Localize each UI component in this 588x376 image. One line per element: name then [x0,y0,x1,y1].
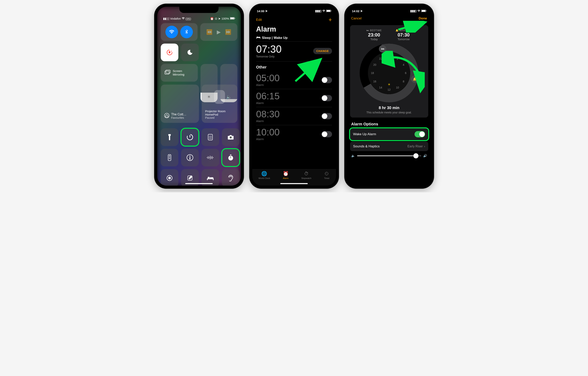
timer-button[interactable] [181,128,199,146]
wifi-toggle[interactable] [165,26,178,38]
svg-rect-40 [213,178,214,180]
location-icon: ➤ [218,17,221,20]
sleep-wake-subtitle: Tomorrow Only [256,55,282,58]
change-button[interactable]: CHANGE [313,48,332,54]
tab-world-clock[interactable]: 🌐World Clock [259,171,270,179]
hearing-button[interactable] [222,169,240,186]
calculator-button[interactable] [201,128,219,146]
svg-rect-4 [169,52,170,53]
home-scene-title: The Cott… [171,113,186,116]
rotation-lock-toggle[interactable] [161,44,178,61]
media-controls[interactable]: ⏪ ▶ ⏩ [200,23,237,41]
bedtime-value: 23:00 [366,32,382,38]
alarm-row[interactable]: 05:00Alarm [252,71,336,89]
alarm-icon: ⏰ [283,171,289,177]
battery-icon [421,10,426,13]
nav-bar: Cancel Done [347,15,431,22]
volume-slider[interactable] [357,155,421,156]
accessibility-button[interactable] [181,149,199,166]
home-scene-tile[interactable]: The Cott… Favourites [161,85,199,123]
signal-icon: ▮▮▯▯ [163,17,169,20]
svg-point-21 [169,155,170,157]
location-icon: ➤ [360,9,363,13]
timer-icon: ⏲ [324,171,329,177]
battery-label: 100% [221,17,229,20]
svg-rect-44 [256,37,260,38]
wifi-icon [322,10,325,13]
svg-rect-5 [166,70,170,73]
svg-point-16 [209,138,210,139]
vpn-badge: VPN [186,18,191,20]
add-alarm-button[interactable]: + [328,16,332,23]
remote-button[interactable] [161,149,178,166]
phone-edit-sleep: 14:02 ➤ ▮▮▮▯ Cancel Done 🛏BEDTIME 23:00 … [345,4,434,188]
homepod-tile[interactable]: Projector Room HomePod Paused [202,85,237,123]
sleep-dial[interactable]: 0 2 4 6 8 10 12 14 16 18 20 22 ✦ ☀︎ 🛏 🔔 [360,44,419,102]
forward-icon[interactable]: ⏩ [225,29,231,35]
tab-stopwatch[interactable]: ⏱Stopwatch [301,171,311,179]
svg-rect-45 [256,37,257,38]
notch [179,7,219,13]
bedtime-label: 🛏BEDTIME [366,29,382,32]
location-icon: ➤ [265,9,268,13]
do-not-disturb-toggle[interactable] [181,44,199,61]
wake-up-alarm-row[interactable]: Wake Up Alarm [350,128,428,140]
edit-button[interactable]: Edit [256,18,262,22]
alarm-toggle[interactable] [321,77,332,83]
done-button[interactable]: Done [419,16,427,20]
alarm-row[interactable]: 06:15Alarm [252,89,336,107]
camera-button[interactable] [222,128,240,146]
alarm-row[interactable]: 10:00Alarm [252,125,336,143]
bedtime-handle[interactable]: 🛏 [379,45,386,53]
wake-handle[interactable]: 🔔 [411,75,419,83]
svg-rect-22 [169,157,170,158]
svg-point-14 [210,137,210,138]
tab-timer[interactable]: ⏲Timer [324,171,329,179]
play-icon[interactable]: ▶ [217,29,221,35]
phone-alarm-list: 14:00 ➤ ▮▮▮▯ Edit + Alarm Sleep | Wake U… [250,4,339,188]
alarm-volume-row[interactable]: 🔈 🔊 [347,151,431,160]
alarm-toggle[interactable] [321,113,332,119]
svg-rect-23 [169,158,170,159]
home-icon [164,113,169,119]
tab-alarm[interactable]: ⏰Alarm [283,171,289,179]
homepod-icon [214,90,225,104]
alarm-toggle[interactable] [321,95,332,101]
svg-rect-43 [331,11,331,11]
svg-rect-39 [207,178,208,180]
notch [274,7,314,13]
screen-record-button[interactable] [161,169,178,186]
volume-low-icon: 🔈 [351,154,355,158]
alarm-row[interactable]: 08:30Alarm [252,107,336,125]
svg-point-25 [189,156,190,157]
svg-rect-1 [230,17,234,19]
sounds-haptics-row[interactable]: Sounds & Haptics Early Riser› [350,142,428,151]
alarm-toggle[interactable] [321,131,332,137]
wake-up-alarm-toggle[interactable] [415,131,425,137]
wakeup-day: Tomorrow [396,38,412,41]
stopwatch-button[interactable] [222,149,240,166]
flashlight-button[interactable] [161,128,178,146]
home-indicator[interactable] [185,183,213,184]
signal-icon: ▮▮▮▯ [410,9,417,13]
connectivity-group [161,23,198,41]
svg-rect-50 [426,11,426,11]
globe-icon: 🌐 [261,171,267,177]
home-indicator[interactable] [280,183,308,184]
battery-icon [230,17,235,20]
cancel-button[interactable]: Cancel [351,16,362,20]
svg-point-12 [211,136,211,136]
notch [369,7,409,13]
voice-memo-button[interactable] [201,149,219,166]
homepod-subtitle: Paused [205,116,234,119]
bluetooth-toggle[interactable] [180,26,193,38]
status-time: 14:02 [352,10,359,13]
rewind-icon[interactable]: ⏪ [206,29,212,35]
sleep-wake-row: 07:30 Tomorrow Only CHANGE [252,42,336,61]
svg-point-19 [230,136,232,139]
screen-mirroring-label: Screen Mirroring [173,69,184,76]
bedtime-day: Today [366,38,382,41]
screen-mirroring-button[interactable]: Screen Mirroring [161,64,198,82]
wifi-icon [182,17,186,20]
svg-point-13 [209,137,210,138]
